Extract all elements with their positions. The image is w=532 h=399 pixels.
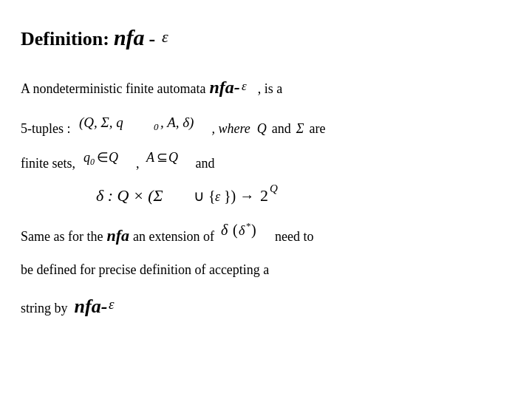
line2-sigma: Σ (296, 116, 304, 141)
definition-content: Definition: nfa - ε A nondeterministic f… (21, 18, 511, 324)
definition-label: Definition: (21, 22, 109, 57)
line2-where: , where (212, 116, 250, 141)
tuple-formula: (Q, Σ, q 0 , A, δ) (78, 111, 207, 133)
q0-in-Q-formula: q 0 ∈ Q (82, 147, 132, 168)
svg-text:∪: ∪ (194, 188, 205, 204)
svg-text:2: 2 (260, 186, 268, 205)
line5-nfa: nfa (106, 220, 129, 251)
title-line: Definition: nfa - ε (21, 18, 511, 58)
svg-text:q: q (83, 150, 90, 165)
svg-text:Q: Q (109, 150, 118, 165)
svg-text:0: 0 (90, 157, 95, 167)
svg-text:0: 0 (154, 121, 159, 132)
line2: 5-tuples : (Q, Σ, q 0 , A, δ) , where Q … (21, 111, 511, 141)
line7-nfa: nfa- ε (75, 288, 123, 324)
svg-text:∈: ∈ (97, 150, 109, 165)
line6-text: be defined for precise definition of acc… (21, 262, 269, 277)
line2-Q: Q (257, 116, 267, 141)
svg-text:⊆: ⊆ (157, 150, 168, 165)
delta-formula: δ : Q × (Σ ∪ { ε }) → 2 Q (95, 182, 324, 210)
nfa-title: nfa (114, 18, 145, 58)
svg-text:A: A (146, 150, 155, 165)
line2-are: are (310, 116, 326, 141)
delta-delta-star: δ ( δ * ) (219, 219, 271, 241)
line4: δ : Q × (Σ ∪ { ε }) → 2 Q (95, 182, 511, 210)
line3-label: finite sets, (21, 151, 75, 176)
nfa-large-end: nfa- (75, 288, 108, 324)
line1-nfa: nfa- ε (209, 71, 253, 105)
line5-text1: Same as for the (21, 224, 103, 249)
svg-text:Q: Q (168, 150, 178, 165)
line5-text2: an extension of (133, 224, 214, 249)
svg-text:ε: ε (242, 79, 247, 93)
line2-and: and (272, 116, 291, 141)
svg-text:ε: ε (109, 296, 115, 312)
svg-text:ε: ε (215, 189, 221, 204)
svg-text:, A, δ): , A, δ) (160, 115, 194, 131)
svg-text:ε: ε (162, 27, 168, 45)
svg-text:Q: Q (270, 183, 278, 194)
line3-comma: , (136, 151, 140, 176)
epsilon-title-icon: ε (160, 27, 177, 45)
line6: be defined for precise definition of acc… (21, 257, 511, 282)
line3-and: and (196, 151, 215, 176)
line1-text1: A nondeterministic finite automata (21, 76, 205, 101)
line1-text2: , is a (258, 76, 283, 101)
line7-text: string by (21, 296, 68, 321)
svg-text:δ: δ (239, 223, 245, 238)
svg-text:*: * (246, 220, 251, 231)
svg-text:(: ( (233, 222, 238, 239)
line3: finite sets, q 0 ∈ Q , A ⊆ Q and (21, 147, 511, 176)
svg-text:(Q, Σ, q: (Q, Σ, q (79, 115, 123, 131)
line5-text3: need to (275, 224, 313, 249)
epsilon-line7-icon: ε (108, 295, 123, 313)
svg-text:δ : Q × (Σ: δ : Q × (Σ (96, 186, 163, 205)
svg-text:δ: δ (221, 222, 228, 238)
line5: Same as for the nfa an extension of δ ( … (21, 219, 511, 251)
nfa-medium: nfa- (209, 71, 239, 105)
svg-text:}) →: }) → (224, 188, 254, 205)
dash-title: - (149, 22, 156, 57)
line2-label: 5-tuples : (21, 116, 71, 141)
svg-text:): ) (251, 222, 256, 239)
line1: A nondeterministic finite automata nfa- … (21, 71, 511, 105)
line7: string by nfa- ε (21, 288, 511, 324)
epsilon-line1-icon: ε (241, 78, 254, 93)
A-subset-Q-formula: A ⊆ Q (145, 147, 191, 168)
